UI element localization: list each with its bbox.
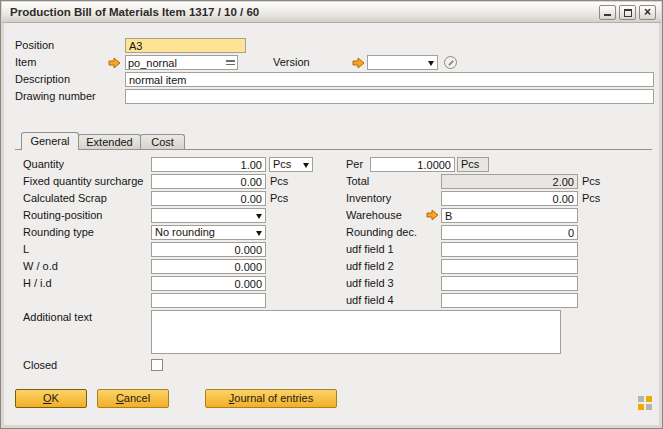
- window-title: Production Bill of Materials Item 1317 /…: [10, 2, 259, 23]
- corner-widget-icon[interactable]: [638, 396, 652, 410]
- description-label: Description: [15, 72, 70, 87]
- quantity-field[interactable]: [151, 157, 266, 172]
- per-label: Per: [346, 157, 370, 172]
- inventory-unit: Pcs: [582, 191, 600, 206]
- window-controls: ×: [599, 5, 656, 20]
- rounding-type-label: Rounding type: [15, 225, 151, 240]
- warehouse-field[interactable]: [441, 208, 578, 223]
- h-id-label: H / i.d: [15, 276, 151, 291]
- quantity-label: Quantity: [15, 157, 151, 172]
- minimize-button[interactable]: [599, 5, 616, 20]
- rounding-dec-label: Rounding dec.: [346, 225, 441, 240]
- row-surcharge-total: Fixed quantity surcharge Pcs Total Pcs: [15, 174, 654, 189]
- tab-general[interactable]: General: [21, 132, 79, 150]
- item-field[interactable]: [126, 57, 226, 69]
- maximize-button[interactable]: [619, 5, 636, 20]
- udf-field-3[interactable]: [441, 276, 578, 291]
- per-uom-box: Pcs: [457, 157, 489, 172]
- fixed-quantity-surcharge-unit: Pcs: [270, 174, 288, 189]
- rounding-dec-field[interactable]: [441, 225, 578, 240]
- unlabeled-field-label: [15, 293, 151, 308]
- close-icon: ×: [640, 6, 655, 19]
- dialog-window: Production Bill of Materials Item 1317 /…: [0, 0, 663, 429]
- journal-of-entries-button[interactable]: Journal of entries: [205, 389, 337, 408]
- tab-extended[interactable]: Extended: [78, 134, 141, 149]
- additional-text-area[interactable]: [151, 310, 561, 354]
- rounding-type-select[interactable]: No rounding: [151, 225, 266, 240]
- close-button[interactable]: ×: [639, 5, 656, 20]
- description-field[interactable]: [125, 72, 654, 87]
- minimize-icon: [604, 14, 611, 16]
- l-field[interactable]: [151, 242, 266, 257]
- row-rounding: Rounding type No rounding Rounding dec.: [15, 225, 654, 240]
- ok-button[interactable]: OK: [15, 389, 87, 408]
- total-field: [441, 174, 578, 189]
- additional-text-label: Additional text: [15, 310, 151, 354]
- pencil-circle-icon[interactable]: [444, 56, 457, 69]
- version-label: Version: [273, 55, 310, 70]
- closed-checkbox[interactable]: [151, 359, 163, 371]
- tab-underline: [15, 149, 652, 150]
- general-tab-pane: Quantity Pcs Per Pcs Fixed quantity surc…: [15, 157, 654, 375]
- w-od-field[interactable]: [151, 259, 266, 274]
- version-select[interactable]: [367, 55, 438, 70]
- udf-field-4-label: udf field 4: [346, 293, 441, 308]
- chevron-down-icon: [256, 231, 262, 236]
- row-unlabeled-udf4: udf field 4: [15, 293, 654, 308]
- row-closed: Closed: [15, 358, 654, 373]
- total-unit: Pcs: [582, 174, 600, 189]
- choose-from-list-icon[interactable]: [226, 58, 235, 67]
- h-id-field[interactable]: [151, 276, 266, 291]
- item-label: Item: [15, 55, 36, 70]
- routing-position-select[interactable]: [151, 208, 266, 223]
- calculated-scrap-label: Calculated Scrap: [15, 191, 151, 206]
- row-additional-text: Additional text: [15, 310, 654, 354]
- rounding-type-value: No rounding: [155, 226, 215, 239]
- chevron-down-icon: [256, 214, 262, 219]
- chevron-down-icon: [428, 61, 434, 66]
- item-field-wrap: [125, 55, 238, 70]
- fixed-quantity-surcharge-label: Fixed quantity surcharge: [15, 174, 151, 189]
- ok-button-label: OK: [16, 390, 86, 407]
- row-l-udf1: L udf field 1: [15, 242, 654, 257]
- drawing-number-label: Drawing number: [15, 89, 96, 104]
- cancel-button[interactable]: Cancel: [97, 389, 169, 408]
- chevron-down-icon: [303, 163, 309, 168]
- l-label: L: [15, 242, 151, 257]
- udf-field-1[interactable]: [441, 242, 578, 257]
- row-h-udf3: H / i.d udf field 3: [15, 276, 654, 291]
- drawing-number-field[interactable]: [125, 89, 654, 104]
- item-link-arrow-icon[interactable]: [108, 57, 121, 69]
- cancel-button-label: Cancel: [98, 390, 168, 407]
- udf-field-2-label: udf field 2: [346, 259, 441, 274]
- total-label: Total: [346, 174, 441, 189]
- row-w-udf2: W / o.d udf field 2: [15, 259, 654, 274]
- position-field[interactable]: [125, 38, 246, 53]
- warehouse-label: Warehouse: [346, 209, 402, 221]
- routing-position-label: Routing-position: [15, 208, 151, 223]
- udf-field-3-label: udf field 3: [346, 276, 441, 291]
- warehouse-label-wrap: Warehouse: [346, 208, 441, 223]
- row-routing-warehouse: Routing-position Warehouse: [15, 208, 654, 223]
- row-quantity-per: Quantity Pcs Per Pcs: [15, 157, 654, 172]
- quantity-uom-select[interactable]: Pcs: [269, 157, 313, 172]
- tab-cost[interactable]: Cost: [140, 134, 185, 149]
- calculated-scrap-field[interactable]: [151, 191, 266, 206]
- udf-field-4[interactable]: [441, 293, 578, 308]
- position-label: Position: [15, 38, 54, 53]
- title-bar[interactable]: Production Bill of Materials Item 1317 /…: [2, 2, 661, 23]
- unlabeled-field[interactable]: [151, 293, 266, 308]
- quantity-uom-value: Pcs: [273, 158, 291, 171]
- row-scrap-inventory: Calculated Scrap Pcs Inventory Pcs: [15, 191, 654, 206]
- udf-field-2[interactable]: [441, 259, 578, 274]
- inventory-label: Inventory: [346, 191, 441, 206]
- calculated-scrap-unit: Pcs: [270, 191, 288, 206]
- fixed-quantity-surcharge-field[interactable]: [151, 174, 266, 189]
- warehouse-link-arrow-icon[interactable]: [426, 209, 439, 221]
- per-field[interactable]: [370, 157, 455, 172]
- version-link-arrow-icon[interactable]: [352, 57, 365, 69]
- inventory-field[interactable]: [441, 191, 578, 206]
- closed-label: Closed: [15, 358, 151, 373]
- journal-of-entries-button-label: Journal of entries: [206, 390, 336, 407]
- maximize-icon: [624, 9, 632, 17]
